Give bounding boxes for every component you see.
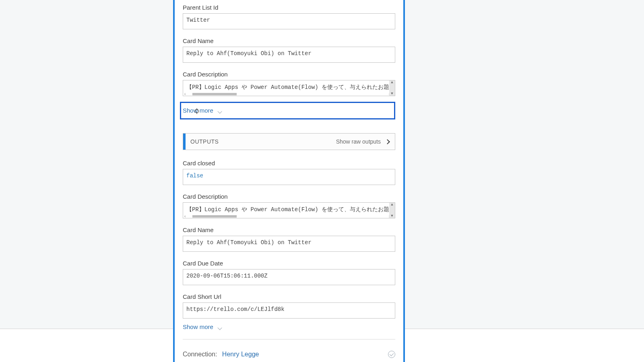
value-card-name[interactable]: Reply to Ahf(Tomoyuki Obi) on Twitter xyxy=(183,47,395,63)
vscrollbar[interactable]: ▲▼ xyxy=(389,80,395,96)
label-card-due-date: Card Due Date xyxy=(183,260,395,267)
connection-label: Connection: xyxy=(183,351,217,358)
chevron-down-icon xyxy=(217,108,222,113)
show-more-outputs-button[interactable]: Show more xyxy=(183,323,222,330)
value-parent-list-id[interactable]: Twitter xyxy=(183,13,395,29)
show-more-inputs-label: Show more xyxy=(183,107,213,114)
outputs-title: OUTPUTS xyxy=(183,138,219,145)
label-card-short-url: Card Short Url xyxy=(183,293,395,300)
chevron-right-icon xyxy=(386,138,389,145)
show-more-outputs-label: Show more xyxy=(183,323,213,330)
label-out-card-name: Card Name xyxy=(183,226,395,233)
value-card-closed[interactable]: false xyxy=(183,169,395,185)
value-out-card-description-text: 【PR】Logic Apps や Power Automate(Flow) を使… xyxy=(186,206,395,213)
hscrollbar[interactable] xyxy=(184,93,387,95)
value-out-card-description[interactable]: 【PR】Logic Apps や Power Automate(Flow) を使… xyxy=(183,202,395,218)
divider xyxy=(183,339,395,339)
status-ok-icon xyxy=(388,351,395,358)
value-out-card-name[interactable]: Reply to Ahf(Tomoyuki Obi) on Twitter xyxy=(183,236,395,252)
value-card-due-date[interactable]: 2020-09-06T15:06:11.000Z xyxy=(183,269,395,285)
outputs-section: Card closed false Card Description 【PR】L… xyxy=(175,150,403,347)
show-raw-outputs-label: Show raw outputs xyxy=(336,138,381,145)
label-parent-list-id: Parent List Id xyxy=(183,4,395,11)
chevron-down-icon xyxy=(217,325,222,329)
trello-action-card: Parent List Id Twitter Card Name Reply t… xyxy=(173,0,405,362)
show-more-inputs-button[interactable]: Show more xyxy=(183,107,222,114)
label-card-description: Card Description xyxy=(183,71,395,78)
label-out-card-description: Card Description xyxy=(183,193,395,200)
connection-footer: Connection: Henry Legge xyxy=(175,347,403,362)
value-card-short-url[interactable]: https://trello.com/c/LEJlfd8k xyxy=(183,302,395,319)
label-card-name: Card Name xyxy=(183,37,395,44)
value-card-description-text: 【PR】Logic Apps や Power Automate(Flow) を使… xyxy=(186,84,395,90)
connection-text: Connection: Henry Legge xyxy=(183,351,259,358)
connection-name[interactable]: Henry Legge xyxy=(222,351,259,358)
label-card-closed: Card closed xyxy=(183,160,395,167)
inputs-section: Parent List Id Twitter Card Name Reply t… xyxy=(175,0,403,124)
value-card-closed-text: false xyxy=(186,173,203,179)
hscrollbar[interactable] xyxy=(184,215,387,218)
show-raw-outputs-link[interactable]: Show raw outputs xyxy=(336,138,389,145)
outputs-header: OUTPUTS Show raw outputs xyxy=(183,133,395,150)
vscrollbar[interactable]: ▲▼ xyxy=(389,203,395,218)
outputs-accent xyxy=(183,134,186,150)
value-card-description[interactable]: 【PR】Logic Apps や Power Automate(Flow) を使… xyxy=(183,80,395,96)
show-more-inputs-highlight: Show more xyxy=(180,102,395,119)
